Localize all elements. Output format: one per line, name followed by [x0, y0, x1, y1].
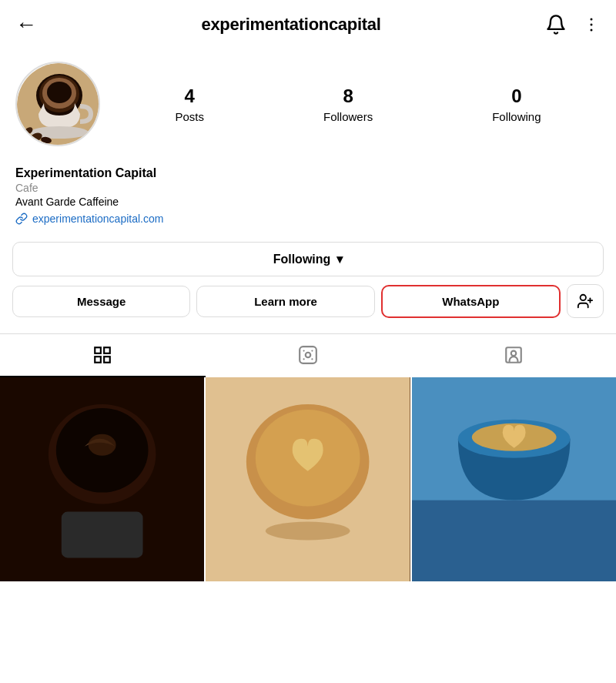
svg-rect-19	[300, 347, 316, 363]
posts-label: Posts	[175, 110, 204, 123]
avatar-image	[17, 63, 100, 146]
photo-cell-1[interactable]	[0, 377, 204, 581]
tab-reels[interactable]	[206, 334, 411, 377]
svg-point-35	[266, 522, 350, 541]
tab-bar	[0, 333, 616, 377]
more-options-icon[interactable]	[582, 15, 601, 34]
secondary-buttons: Message Learn more WhatsApp	[12, 284, 604, 318]
svg-point-1	[591, 24, 593, 26]
profile-category: Cafe	[15, 182, 601, 194]
photo-grid	[0, 377, 616, 581]
stats-row: 4 Posts 8 Followers 0 Following	[116, 85, 601, 123]
profile-website-link[interactable]: experimentationcapital.com	[15, 213, 601, 225]
followers-count: 8	[343, 85, 353, 107]
svg-point-30	[89, 434, 116, 456]
svg-rect-17	[104, 357, 110, 363]
followers-stat[interactable]: 8 Followers	[323, 85, 373, 123]
photo-cell-2[interactable]	[206, 377, 410, 581]
profile-section: 4 Posts 8 Followers 0 Following	[0, 49, 616, 156]
svg-point-7	[47, 82, 72, 103]
action-buttons: Following ▾ Message Learn more WhatsApp	[0, 234, 616, 326]
grid-icon	[92, 345, 112, 365]
svg-point-0	[591, 18, 593, 21]
profile-top: 4 Posts 8 Followers 0 Following	[15, 62, 601, 146]
tab-grid[interactable]	[0, 334, 206, 377]
add-person-icon	[577, 293, 594, 310]
posts-stat[interactable]: 4 Posts	[175, 85, 204, 123]
following-stat[interactable]: 0 Following	[492, 85, 541, 123]
svg-point-24	[311, 358, 313, 360]
header-icons	[545, 14, 601, 35]
bio-section: Experimentation Capital Cafe Avant Garde…	[0, 156, 616, 234]
profile-tagline: Avant Garde Caffeine	[15, 196, 601, 208]
add-person-button[interactable]	[567, 284, 604, 318]
header: ← experimentationcapital	[0, 0, 616, 49]
svg-rect-16	[104, 347, 110, 353]
svg-point-22	[311, 350, 313, 352]
posts-count: 4	[185, 85, 195, 107]
svg-point-2	[591, 29, 593, 32]
svg-rect-15	[95, 347, 102, 353]
message-button[interactable]: Message	[12, 286, 190, 317]
svg-point-26	[511, 351, 516, 357]
followers-label: Followers	[323, 110, 373, 123]
following-label: Following	[492, 110, 541, 123]
tab-tagged[interactable]	[410, 334, 616, 377]
profile-name: Experimentation Capital	[15, 166, 601, 180]
following-count: 0	[511, 85, 521, 107]
svg-rect-37	[412, 501, 616, 582]
back-button[interactable]: ←	[15, 12, 37, 37]
learn-more-button[interactable]: Learn more	[196, 286, 374, 317]
tagged-icon	[504, 345, 524, 365]
svg-point-20	[306, 353, 311, 358]
notification-icon[interactable]	[545, 14, 567, 35]
whatsapp-button[interactable]: WhatsApp	[381, 285, 561, 318]
chevron-down-icon: ▾	[336, 252, 343, 266]
website-url: experimentationcapital.com	[32, 213, 163, 225]
avatar[interactable]	[15, 62, 100, 146]
svg-point-12	[581, 295, 586, 300]
svg-rect-31	[62, 512, 143, 558]
link-icon	[15, 213, 28, 225]
following-button[interactable]: Following ▾	[12, 242, 604, 276]
svg-rect-18	[95, 357, 102, 363]
reels-icon	[298, 345, 318, 365]
svg-point-21	[303, 350, 305, 352]
username-title: experimentationcapital	[201, 15, 380, 35]
svg-point-23	[303, 358, 305, 360]
photo-cell-3[interactable]	[412, 377, 616, 581]
